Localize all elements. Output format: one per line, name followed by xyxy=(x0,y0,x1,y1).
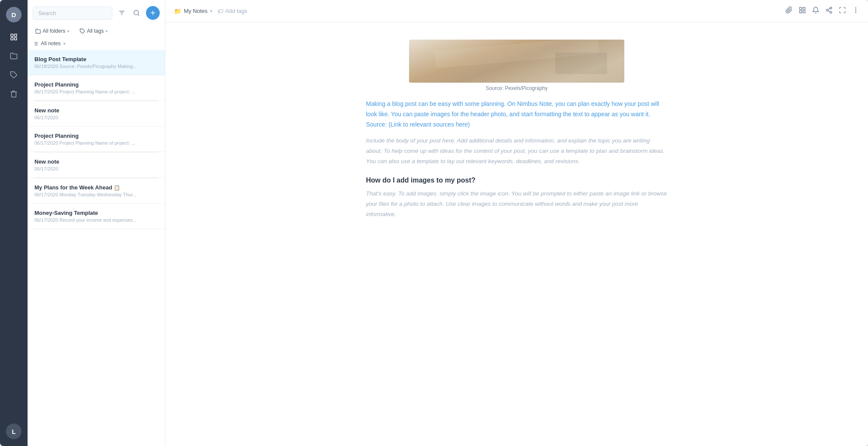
more-options-icon[interactable] xyxy=(852,6,859,15)
toolbar-folder-icon: 📁 xyxy=(174,8,181,15)
note-item-meta: 06/17/2020 Monday Tuesday Wednesday Thur… xyxy=(34,192,158,197)
svg-line-24 xyxy=(828,11,830,12)
note-list-item[interactable]: Blog Post Template06/18/2020 Source: Pex… xyxy=(28,50,165,75)
note-body-placeholder: Include the body of your post here. Add … xyxy=(366,136,667,166)
svg-rect-2 xyxy=(11,38,13,40)
attach-icon[interactable] xyxy=(785,6,793,15)
svg-rect-3 xyxy=(15,38,17,40)
note-subheading: How do I add images to my post? xyxy=(366,177,667,184)
note-item-meta: 06/18/2020 Source: Pexels/Picography Mak… xyxy=(34,64,158,69)
share-icon[interactable] xyxy=(825,6,833,15)
note-item-meta: 06/17/2020 Project Planning Name of proj… xyxy=(34,89,158,94)
svg-rect-1 xyxy=(15,34,17,36)
bottom-avatar[interactable]: L xyxy=(6,424,22,439)
nav-folder-icon[interactable] xyxy=(6,48,22,64)
sidebar-header: + xyxy=(28,0,165,24)
note-list-item[interactable]: My Plans for the Week Ahead 📋06/17/2020 … xyxy=(28,178,165,204)
note-item-meta: 06/17/2020 xyxy=(34,166,158,171)
note-item-title: New note xyxy=(34,158,158,165)
note-item-title: My Plans for the Week Ahead 📋 xyxy=(34,184,158,191)
sidebar-header-icons xyxy=(116,7,143,19)
svg-rect-0 xyxy=(11,34,13,36)
source-link[interactable]: Source: (Link to relevant sources here) xyxy=(366,121,470,128)
search-input[interactable] xyxy=(33,6,112,20)
note-item-title: Money-Saving Template xyxy=(34,210,158,216)
note-item-meta: 06/17/2020 Record your income and expens… xyxy=(34,217,158,223)
nav-tag-icon[interactable] xyxy=(6,67,22,83)
nav-grid-icon[interactable] xyxy=(6,29,22,45)
note-editor[interactable]: Source: Pexels/Picography Making a blog … xyxy=(165,22,868,446)
svg-point-27 xyxy=(856,10,856,10)
svg-rect-17 xyxy=(800,7,802,9)
sidebar: + All folders ▾ All tags ▾ All notes ▾ B… xyxy=(28,0,165,446)
sidebar-filters: All folders ▾ All tags ▾ xyxy=(28,24,165,39)
note-answer-text: That's easy. To add images, simply click… xyxy=(366,189,667,219)
notes-list: Blog Post Template06/18/2020 Source: Pex… xyxy=(28,50,165,446)
toolbar-add-tags[interactable]: 🏷 Add tags xyxy=(217,8,247,15)
bell-icon[interactable] xyxy=(812,6,819,15)
all-notes-filter[interactable]: All notes ▾ xyxy=(28,39,165,50)
note-item-title: Project Planning xyxy=(34,81,158,88)
note-item-title: Project Planning xyxy=(34,133,158,139)
nav-trash-icon[interactable] xyxy=(6,86,22,102)
top-avatar[interactable]: D xyxy=(6,7,22,22)
main-content: 📁 My Notes ▾ 🏷 Add tags xyxy=(165,0,868,446)
grid-view-icon[interactable] xyxy=(799,6,806,15)
svg-point-22 xyxy=(826,9,828,11)
toolbar-tag-icon: 🏷 xyxy=(217,8,223,15)
note-item-title: New note xyxy=(34,107,158,114)
filter-icon[interactable] xyxy=(116,7,128,19)
search-input-wrap xyxy=(33,6,112,20)
svg-point-28 xyxy=(856,12,856,12)
svg-point-21 xyxy=(830,7,832,9)
note-list-item[interactable]: Money-Saving Template06/17/2020 Record y… xyxy=(28,204,165,229)
svg-point-26 xyxy=(856,8,856,8)
search-icon[interactable] xyxy=(130,7,143,19)
all-tags-filter[interactable]: All tags ▾ xyxy=(77,27,110,35)
toolbar-action-icons xyxy=(785,6,859,15)
image-caption: Source: Pexels/Picography xyxy=(486,85,548,91)
toolbar-folder-name: My Notes xyxy=(184,8,208,14)
svg-point-23 xyxy=(830,11,832,13)
note-list-item[interactable]: Project Planning06/17/2020 Project Plann… xyxy=(28,75,165,101)
note-header-image xyxy=(409,40,624,83)
toolbar-folder-caret[interactable]: ▾ xyxy=(210,9,212,13)
expand-icon[interactable] xyxy=(839,6,846,15)
svg-line-25 xyxy=(828,9,830,10)
content-toolbar: 📁 My Notes ▾ 🏷 Add tags xyxy=(165,0,868,22)
note-list-item[interactable]: New note06/17/2020 xyxy=(28,101,165,127)
note-list-item[interactable]: New note06/17/2020 xyxy=(28,152,165,178)
left-nav: D L xyxy=(0,0,28,446)
all-folders-filter[interactable]: All folders ▾ xyxy=(33,27,72,35)
note-item-title: Blog Post Template xyxy=(34,56,158,62)
svg-rect-19 xyxy=(800,11,802,13)
svg-line-9 xyxy=(138,14,139,15)
note-image-wrap: Source: Pexels/Picography xyxy=(366,40,667,91)
svg-rect-18 xyxy=(803,7,805,9)
toolbar-add-tags-label: Add tags xyxy=(225,8,247,14)
note-item-meta: 06/17/2020 xyxy=(34,115,158,120)
note-intro-text: Making a blog post can be easy with some… xyxy=(366,99,667,130)
note-body: Source: Pexels/Picography Making a blog … xyxy=(366,40,667,219)
note-item-meta: 06/17/2020 Project Planning Name of proj… xyxy=(34,140,158,146)
add-note-button[interactable]: + xyxy=(146,6,160,20)
svg-rect-20 xyxy=(803,11,805,13)
note-list-item[interactable]: Project Planning06/17/2020 Project Plann… xyxy=(28,127,165,152)
toolbar-breadcrumb: 📁 My Notes ▾ xyxy=(174,8,212,15)
